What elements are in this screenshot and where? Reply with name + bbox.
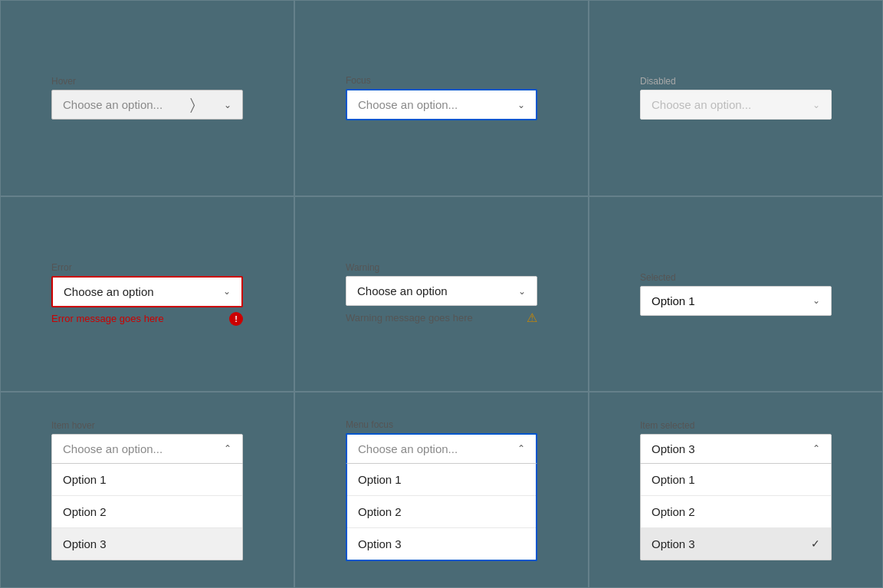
cell-focus: Focus Choose an option... ⌄ (294, 0, 589, 196)
cell-menu-focus: Menu focus Choose an option... ⌃ Option … (294, 392, 589, 588)
dropdown-item-selected-menu: Option 1 Option 2 Option 3 ✓ (640, 464, 832, 560)
cell-error: Error Choose an option ⌄ Error message g… (0, 196, 294, 393)
dropdown-hover-text: Choose an option... (63, 98, 162, 111)
menu-item-2[interactable]: Option 2 (347, 495, 536, 527)
chevron-down-icon: ⌄ (517, 100, 525, 110)
chevron-up-icon: ⌃ (517, 443, 525, 454)
dropdown-hover-box[interactable]: Choose an option... ⌄ 〉 (51, 90, 243, 120)
dropdown-item-hover-menu: Option 1 Option 2 Option 3 (51, 464, 243, 560)
warning-message-row: Warning message goes here ⚠ (346, 310, 537, 325)
dropdown-focus-box[interactable]: Choose an option... ⌄ (346, 89, 537, 120)
dropdown-item-hover-label: Item hover (51, 420, 243, 431)
dropdown-hover: Hover Choose an option... ⌄ 〉 (51, 76, 243, 120)
dropdown-warning-text: Choose an option (357, 284, 448, 297)
chevron-down-icon: ⌄ (812, 100, 820, 110)
dropdown-menu-focus-menu: Option 1 Option 2 Option 3 (346, 464, 537, 561)
cell-item-hover: Item hover Choose an option... ⌃ Option … (0, 392, 294, 588)
warning-message-text: Warning message goes here (346, 312, 473, 324)
dropdown-focus: Focus Choose an option... ⌄ (346, 75, 537, 120)
menu-item-3[interactable]: Option 3 (52, 527, 242, 560)
dropdown-error-label: Error (51, 262, 243, 273)
dropdown-disabled: Disabled Choose an option... ⌄ (640, 76, 832, 120)
menu-item-2-label: Option 2 (652, 505, 695, 518)
dropdown-menu-focus-text: Choose an option... (358, 442, 458, 455)
cell-disabled: Disabled Choose an option... ⌄ (589, 0, 883, 196)
menu-item-1[interactable]: Option 1 (52, 464, 242, 495)
cell-selected: Selected Option 1 ⌄ (589, 196, 883, 393)
dropdown-error-box[interactable]: Choose an option ⌄ (51, 276, 243, 307)
dropdown-disabled-text: Choose an option... (652, 98, 751, 111)
dropdown-disabled-label: Disabled (640, 76, 832, 87)
cell-item-selected: Item selected Option 3 ⌃ Option 1 Option… (589, 392, 883, 588)
menu-item-3-label: Option 3 (358, 537, 402, 550)
dropdown-disabled-box: Choose an option... ⌄ (640, 90, 832, 120)
dropdown-item-selected-text: Option 3 (652, 442, 695, 455)
error-message-text: Error message goes here (51, 313, 164, 324)
menu-item-2[interactable]: Option 2 (52, 495, 242, 527)
menu-item-3-label: Option 3 (652, 537, 695, 550)
menu-item-3[interactable]: Option 3 ✓ (641, 527, 831, 560)
menu-item-2-label: Option 2 (63, 505, 107, 518)
dropdown-warning-label: Warning (346, 262, 537, 273)
dropdown-selected-box[interactable]: Option 1 ⌄ (640, 286, 832, 316)
menu-item-1[interactable]: Option 1 (641, 464, 831, 495)
dropdown-selected: Selected Option 1 ⌄ (640, 272, 832, 316)
warning-icon: ⚠ (527, 310, 537, 325)
menu-item-1-label: Option 1 (652, 473, 695, 486)
dropdown-menu-focus-label: Menu focus (346, 419, 537, 430)
chevron-down-icon: ⌄ (812, 295, 820, 306)
cell-warning: Warning Choose an option ⌄ Warning messa… (294, 196, 589, 393)
dropdown-warning: Warning Choose an option ⌄ Warning messa… (346, 262, 537, 325)
dropdown-item-hover-box[interactable]: Choose an option... ⌃ (51, 434, 243, 464)
dropdown-item-hover: Item hover Choose an option... ⌃ Option … (51, 420, 243, 560)
chevron-up-icon: ⌃ (224, 443, 231, 454)
chevron-down-icon: ⌄ (223, 286, 231, 297)
dropdown-item-selected-label: Item selected (640, 420, 832, 431)
menu-item-2[interactable]: Option 2 (641, 495, 831, 527)
menu-item-3[interactable]: Option 3 (347, 527, 536, 560)
checkmark-icon: ✓ (811, 537, 820, 550)
dropdown-menu-focus: Menu focus Choose an option... ⌃ Option … (346, 419, 537, 561)
dropdown-warning-box[interactable]: Choose an option ⌄ (346, 276, 537, 306)
dropdown-focus-text: Choose an option... (358, 98, 458, 111)
cursor-icon: 〉 (190, 96, 195, 113)
dropdown-menu-focus-box[interactable]: Choose an option... ⌃ (346, 433, 537, 464)
dropdown-item-selected-box[interactable]: Option 3 ⌃ (640, 434, 832, 464)
dropdown-focus-label: Focus (346, 75, 537, 86)
menu-item-3-label: Option 3 (63, 537, 107, 550)
menu-item-1[interactable]: Option 1 (347, 464, 536, 495)
menu-item-1-label: Option 1 (63, 473, 107, 486)
chevron-up-icon: ⌃ (812, 443, 820, 454)
error-icon: ! (229, 312, 243, 326)
dropdown-error: Error Choose an option ⌄ Error message g… (51, 262, 243, 326)
menu-item-2-label: Option 2 (358, 505, 402, 518)
dropdown-hover-label: Hover (51, 76, 243, 87)
dropdown-selected-text: Option 1 (652, 294, 695, 307)
error-message-row: Error message goes here ! (51, 312, 243, 326)
cell-hover: Hover Choose an option... ⌄ 〉 (0, 0, 294, 196)
chevron-down-icon: ⌄ (224, 100, 231, 110)
dropdown-item-selected: Item selected Option 3 ⌃ Option 1 Option… (640, 420, 832, 560)
dropdown-item-hover-text: Choose an option... (63, 442, 162, 455)
dropdown-selected-label: Selected (640, 272, 832, 283)
chevron-down-icon: ⌄ (518, 286, 526, 297)
menu-item-1-label: Option 1 (358, 473, 402, 486)
dropdown-error-text: Choose an option (64, 285, 154, 298)
